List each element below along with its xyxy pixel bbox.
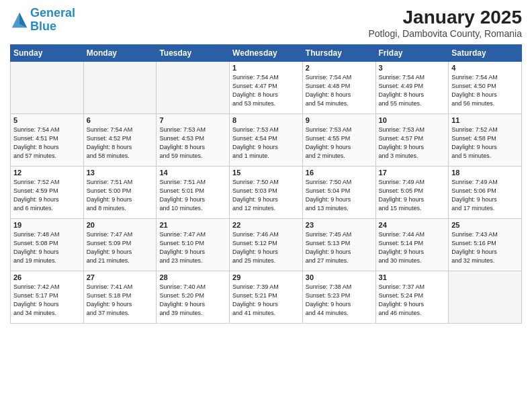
day-number: 17 [379,169,446,177]
logo: General Blue [10,7,75,34]
calendar-cell: 16Sunrise: 7:50 AM Sunset: 5:04 PM Dayli… [302,167,375,219]
day-number: 20 [87,221,154,229]
calendar-cell [449,271,522,324]
calendar-cell: 2Sunrise: 7:54 AM Sunset: 4:48 PM Daylig… [302,62,375,114]
calendar-cell: 27Sunrise: 7:41 AM Sunset: 5:18 PM Dayli… [83,271,157,324]
day-number: 24 [379,221,446,229]
day-info: Sunrise: 7:39 AM Sunset: 5:21 PM Dayligh… [232,283,300,318]
calendar-cell: 28Sunrise: 7:40 AM Sunset: 5:20 PM Dayli… [157,271,230,324]
day-info: Sunrise: 7:54 AM Sunset: 4:52 PM Dayligh… [87,126,154,161]
day-info: Sunrise: 7:46 AM Sunset: 5:12 PM Dayligh… [232,230,300,265]
calendar-cell: 6Sunrise: 7:54 AM Sunset: 4:52 PM Daylig… [83,114,157,167]
calendar-table: SundayMondayTuesdayWednesdayThursdayFrid… [10,44,522,324]
day-number: 9 [306,116,373,124]
day-info: Sunrise: 7:52 AM Sunset: 4:59 PM Dayligh… [13,178,81,213]
day-info: Sunrise: 7:52 AM Sunset: 4:58 PM Dayligh… [451,126,519,161]
day-info: Sunrise: 7:47 AM Sunset: 5:10 PM Dayligh… [159,230,226,265]
calendar-cell: 21Sunrise: 7:47 AM Sunset: 5:10 PM Dayli… [157,219,230,271]
calendar-cell: 7Sunrise: 7:53 AM Sunset: 4:53 PM Daylig… [157,114,230,167]
day-number: 27 [87,273,154,281]
day-info: Sunrise: 7:47 AM Sunset: 5:09 PM Dayligh… [87,230,154,265]
header: General Blue January 2025 Potlogi, Dambo… [10,7,522,39]
calendar-week-row: 19Sunrise: 7:48 AM Sunset: 5:08 PM Dayli… [11,219,522,271]
calendar-header-thursday: Thursday [302,45,375,62]
day-number: 30 [306,273,373,281]
day-info: Sunrise: 7:50 AM Sunset: 5:03 PM Dayligh… [232,178,300,213]
day-info: Sunrise: 7:53 AM Sunset: 4:57 PM Dayligh… [379,126,446,161]
day-number: 28 [159,273,226,281]
calendar-cell: 31Sunrise: 7:37 AM Sunset: 5:24 PM Dayli… [375,271,449,324]
day-number: 3 [379,64,446,72]
subtitle: Potlogi, Dambovita County, Romania [368,28,522,39]
calendar-cell: 20Sunrise: 7:47 AM Sunset: 5:09 PM Dayli… [83,219,157,271]
logo-text: General Blue [30,7,75,34]
calendar-header-saturday: Saturday [449,45,522,62]
calendar-cell: 1Sunrise: 7:54 AM Sunset: 4:47 PM Daylig… [230,62,303,114]
day-info: Sunrise: 7:45 AM Sunset: 5:13 PM Dayligh… [306,230,373,265]
day-info: Sunrise: 7:38 AM Sunset: 5:23 PM Dayligh… [306,283,373,318]
day-number: 8 [232,116,300,124]
title-block: January 2025 Potlogi, Dambovita County, … [368,7,522,39]
day-number: 5 [13,116,81,124]
day-info: Sunrise: 7:40 AM Sunset: 5:20 PM Dayligh… [159,283,226,318]
calendar-week-row: 12Sunrise: 7:52 AM Sunset: 4:59 PM Dayli… [11,167,522,219]
day-info: Sunrise: 7:51 AM Sunset: 5:00 PM Dayligh… [87,178,154,213]
day-number: 23 [306,221,373,229]
calendar-cell: 5Sunrise: 7:54 AM Sunset: 4:51 PM Daylig… [11,114,84,167]
calendar-cell: 18Sunrise: 7:49 AM Sunset: 5:06 PM Dayli… [449,167,522,219]
day-info: Sunrise: 7:49 AM Sunset: 5:06 PM Dayligh… [451,178,519,213]
calendar-header-sunday: Sunday [11,45,84,62]
day-number: 10 [379,116,446,124]
day-number: 31 [379,273,446,281]
day-info: Sunrise: 7:41 AM Sunset: 5:18 PM Dayligh… [87,283,154,318]
calendar-page: General Blue January 2025 Potlogi, Dambo… [0,0,532,411]
day-info: Sunrise: 7:53 AM Sunset: 4:54 PM Dayligh… [232,126,300,161]
day-number: 6 [87,116,154,124]
day-number: 14 [159,169,226,177]
calendar-cell: 14Sunrise: 7:51 AM Sunset: 5:01 PM Dayli… [157,167,230,219]
day-number: 4 [451,64,519,72]
calendar-header-friday: Friday [375,45,449,62]
calendar-header-monday: Monday [83,45,157,62]
calendar-cell: 4Sunrise: 7:54 AM Sunset: 4:50 PM Daylig… [449,62,522,114]
day-info: Sunrise: 7:43 AM Sunset: 5:16 PM Dayligh… [451,230,519,265]
calendar-week-row: 5Sunrise: 7:54 AM Sunset: 4:51 PM Daylig… [11,114,522,167]
day-info: Sunrise: 7:54 AM Sunset: 4:48 PM Dayligh… [306,73,373,108]
day-info: Sunrise: 7:54 AM Sunset: 4:47 PM Dayligh… [232,73,300,108]
day-number: 13 [87,169,154,177]
calendar-cell [83,62,157,114]
day-info: Sunrise: 7:37 AM Sunset: 5:24 PM Dayligh… [379,283,446,318]
day-info: Sunrise: 7:49 AM Sunset: 5:05 PM Dayligh… [379,178,446,213]
day-number: 15 [232,169,300,177]
calendar-cell: 26Sunrise: 7:42 AM Sunset: 5:17 PM Dayli… [11,271,84,324]
day-info: Sunrise: 7:54 AM Sunset: 4:51 PM Dayligh… [13,126,81,161]
logo-blue: Blue [30,19,56,33]
calendar-cell: 29Sunrise: 7:39 AM Sunset: 5:21 PM Dayli… [230,271,303,324]
calendar-cell: 24Sunrise: 7:44 AM Sunset: 5:14 PM Dayli… [375,219,449,271]
calendar-cell: 22Sunrise: 7:46 AM Sunset: 5:12 PM Dayli… [230,219,303,271]
calendar-cell: 3Sunrise: 7:54 AM Sunset: 4:49 PM Daylig… [375,62,449,114]
day-number: 25 [451,221,519,229]
calendar-cell: 30Sunrise: 7:38 AM Sunset: 5:23 PM Dayli… [302,271,375,324]
day-info: Sunrise: 7:44 AM Sunset: 5:14 PM Dayligh… [379,230,446,265]
calendar-cell [11,62,84,114]
day-number: 12 [13,169,81,177]
day-info: Sunrise: 7:51 AM Sunset: 5:01 PM Dayligh… [159,178,226,213]
main-title: January 2025 [368,7,522,28]
day-info: Sunrise: 7:54 AM Sunset: 4:50 PM Dayligh… [451,73,519,108]
day-info: Sunrise: 7:53 AM Sunset: 4:53 PM Dayligh… [159,126,226,161]
day-number: 16 [306,169,373,177]
day-number: 19 [13,221,81,229]
calendar-cell: 9Sunrise: 7:53 AM Sunset: 4:55 PM Daylig… [302,114,375,167]
day-number: 26 [13,273,81,281]
calendar-cell: 8Sunrise: 7:53 AM Sunset: 4:54 PM Daylig… [230,114,303,167]
day-number: 11 [451,116,519,124]
calendar-cell: 23Sunrise: 7:45 AM Sunset: 5:13 PM Dayli… [302,219,375,271]
calendar-week-row: 1Sunrise: 7:54 AM Sunset: 4:47 PM Daylig… [11,62,522,114]
calendar-cell: 13Sunrise: 7:51 AM Sunset: 5:00 PM Dayli… [83,167,157,219]
day-number: 22 [232,221,300,229]
calendar-cell [157,62,230,114]
calendar-week-row: 26Sunrise: 7:42 AM Sunset: 5:17 PM Dayli… [11,271,522,324]
calendar-header-row: SundayMondayTuesdayWednesdayThursdayFrid… [11,45,522,62]
calendar-cell: 17Sunrise: 7:49 AM Sunset: 5:05 PM Dayli… [375,167,449,219]
